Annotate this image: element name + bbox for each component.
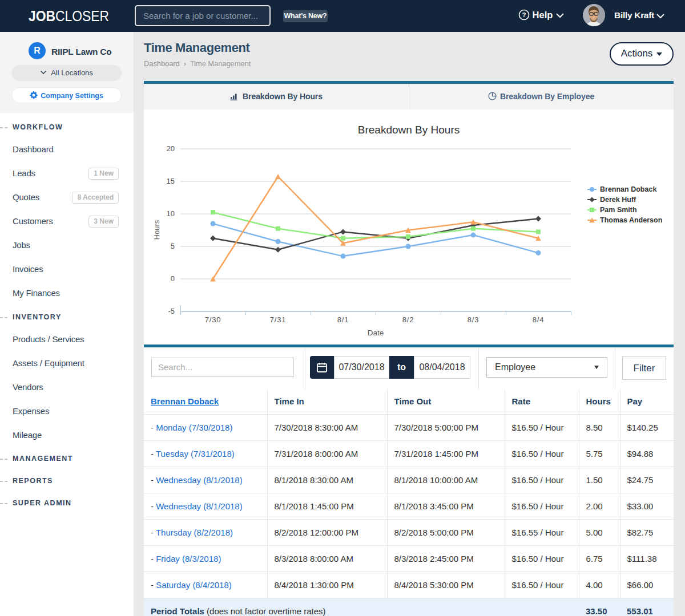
svg-text:8/4: 8/4 [533, 315, 544, 324]
svg-text:8/3: 8/3 [468, 315, 479, 324]
svg-text:10: 10 [167, 209, 175, 218]
svg-text:Date: Date [368, 329, 384, 337]
svg-text:5: 5 [171, 242, 175, 250]
svg-text:20: 20 [167, 144, 175, 153]
svg-text:Derek Huff: Derek Huff [600, 196, 636, 204]
svg-text:Breakdown By Hours: Breakdown By Hours [358, 124, 460, 136]
svg-text:8/1: 8/1 [337, 315, 349, 324]
svg-text:15: 15 [167, 177, 175, 185]
svg-text:-5: -5 [168, 307, 175, 315]
svg-text:0: 0 [171, 274, 175, 283]
svg-text:?: ? [522, 11, 526, 18]
svg-text:Hours: Hours [152, 220, 161, 240]
svg-text:7/30: 7/30 [205, 315, 221, 324]
svg-text:8/2: 8/2 [402, 315, 414, 324]
svg-text:Thomas Anderson: Thomas Anderson [600, 216, 662, 224]
svg-text:Pam Smith: Pam Smith [600, 206, 637, 214]
svg-text:7/31: 7/31 [270, 315, 287, 324]
svg-text:Brennan Doback: Brennan Doback [600, 185, 656, 193]
